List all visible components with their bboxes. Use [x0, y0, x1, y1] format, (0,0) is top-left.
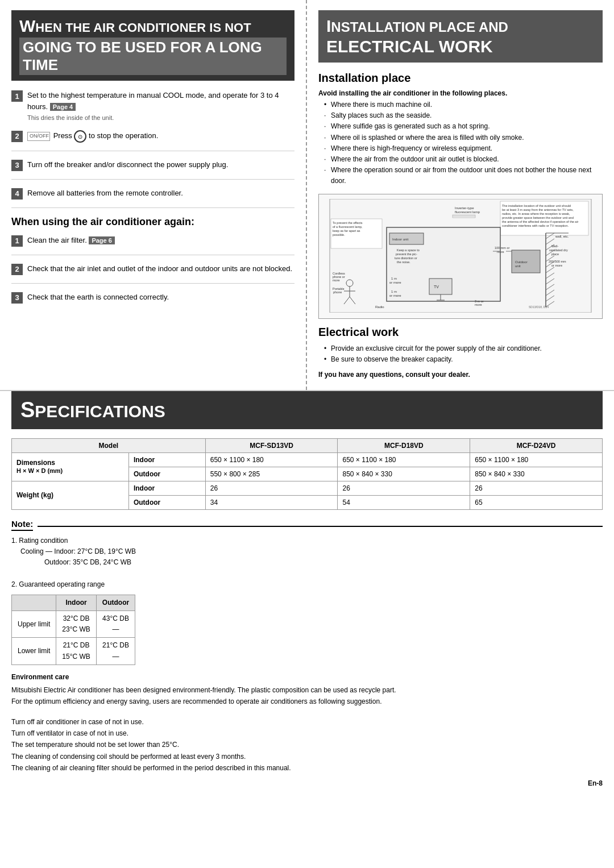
specs-col-d24: MCF-D24VD [470, 438, 603, 452]
range-table: Indoor Outdoor Upper limit 32°C DB23°C W… [11, 595, 135, 665]
specs-table: Model MCF-SD13VD MCF-D18VD MCF-D24VD Dim… [11, 438, 603, 510]
svg-text:or more: or more [551, 264, 562, 267]
again-step-1-content: Clean the air filter. Page 6 [27, 235, 294, 246]
env-care-body2: For the optimum efficiency and energy sa… [11, 696, 603, 707]
right-header-line2: ELECTRICAL WORK [326, 36, 595, 57]
note-header: Note: [11, 519, 33, 531]
electrical-work-title: Electrical work [318, 326, 603, 339]
svg-text:TV: TV [434, 285, 439, 289]
dim-indoor-label: Indoor [128, 452, 205, 467]
step-1-note: This dries the inside of the unit. [27, 114, 114, 121]
svg-text:Well-: Well- [551, 244, 559, 248]
step-2-text2: to stop the operation. [89, 131, 158, 140]
weight-outdoor-d24: 65 [470, 495, 603, 509]
specs-s: S [20, 398, 35, 422]
env-item-2: The set temperature should not be set lo… [11, 739, 603, 750]
bullet-item-4: Where there is high-frequency or wireles… [324, 143, 603, 154]
step-2: 2 ON/OFF Press ⊙ to stop the operation. [11, 130, 294, 143]
svg-text:of a fluorescent lamp,: of a fluorescent lamp, [333, 225, 363, 229]
bullet-item-2: Where sulfide gas is generated such as a… [324, 121, 603, 132]
right-header: INSTALLATION PLACE AND ELECTRICAL WORK [318, 10, 603, 63]
step-4-content: Remove all batteries from the remote con… [27, 188, 294, 199]
weight-indoor-sd13: 26 [205, 481, 338, 495]
svg-text:provide greater space between : provide greater space between the outdoo… [502, 216, 574, 219]
divider-1 [11, 151, 294, 151]
bullet-item-6: Where the operation sound or air from th… [324, 165, 603, 186]
installation-bullets: Where there is much machine oil. Salty p… [318, 99, 603, 187]
left-header-line1: HEN THE AIR CONDITIONER IS NOT [35, 20, 251, 35]
svg-text:Outdoor: Outdoor [515, 260, 528, 264]
again-step-1-text: Clean the air filter. [27, 236, 87, 244]
svg-text:Indoor unit: Indoor unit [392, 238, 409, 241]
svg-text:or more: or more [389, 281, 401, 284]
specs-col-model: Model [12, 438, 206, 452]
dim-indoor-d24: 650 × 1100 × 180 [470, 452, 603, 467]
svg-text:Keep a space to: Keep a space to [397, 248, 420, 252]
env-care-body1: Mitsubishi Electric Air conditioner has … [11, 684, 603, 696]
weight-outdoor-label: Outdoor [128, 495, 205, 509]
svg-text:Inverter-type: Inverter-type [455, 206, 474, 210]
specs-header: SPECIFICATIONS [11, 391, 603, 429]
dim-outdoor-d24: 850 × 840 × 330 [470, 467, 603, 481]
weight-indoor-d24: 26 [470, 481, 603, 495]
svg-text:wall, etc.: wall, etc. [555, 235, 569, 238]
svg-text:phone: phone [333, 290, 342, 294]
diagram-svg: The installation location of the outdoor… [323, 199, 598, 313]
svg-rect-10 [453, 215, 475, 218]
weight-outdoor-sd13: 34 [205, 495, 338, 509]
again-step-2: 2 Check that the air inlet and outlet of… [11, 263, 294, 275]
range-upper-label: Upper limit [12, 611, 56, 638]
step-4: 4 Remove all batteries from the remote c… [11, 188, 294, 200]
svg-text:ture distortion or: ture distortion or [395, 256, 417, 260]
step-1-page-ref: Page 4 [50, 103, 76, 111]
dim-outdoor-d18: 850 × 840 × 330 [338, 467, 470, 481]
right-column: INSTALLATION PLACE AND ELECTRICAL WORK I… [307, 0, 614, 390]
svg-text:the noise.: the noise. [397, 260, 410, 264]
step-2-text: Press [53, 131, 72, 140]
left-header: WHEN THE AIR CONDITIONER IS NOT GOING TO… [11, 10, 294, 81]
step-1-content: Set to the highest temperature in manual… [27, 90, 294, 123]
svg-text:prevent the pic-: prevent the pic- [396, 252, 417, 256]
circle-icon: ⊙ [74, 130, 86, 143]
svg-text:radios, etc. In areas where th: radios, etc. In areas where the receptio… [502, 212, 570, 215]
svg-text:keep as far apart as: keep as far apart as [333, 229, 360, 232]
step-3: 3 Turn off the breaker and/or disconnect… [11, 159, 294, 171]
step-2-num: 2 [11, 131, 23, 142]
env-care-title: Environment care [11, 673, 603, 681]
svg-text:unit: unit [515, 264, 521, 268]
divider-4 [11, 255, 294, 255]
svg-text:more: more [497, 250, 504, 254]
again-step-2-num: 2 [11, 264, 23, 275]
svg-text:SD13/D18, D24: SD13/D18, D24 [529, 305, 549, 309]
onoff-label: ON/OFF [27, 132, 50, 141]
page-number: En-8 [11, 779, 603, 787]
weight-label: Weight (kg) [12, 481, 129, 509]
svg-text:the antenna of the affected de: the antenna of the affected device if op… [502, 220, 579, 223]
divider-5 [11, 283, 294, 284]
env-item-3: The cleaning of condensing coil should b… [11, 751, 603, 762]
table-row-dim-indoor: DimensionsH × W × D (mm) Indoor 650 × 11… [12, 452, 603, 467]
bullet-item-3: Where oil is splashed or where the area … [324, 132, 603, 143]
avoid-title: Avoid installing the air conditioner in … [318, 89, 603, 97]
range-col-empty [12, 595, 56, 610]
again-step-3-num: 3 [11, 292, 23, 304]
again-step-3-content: Check that the earth is connected correc… [27, 292, 294, 303]
note-section: Note: 1. Rating condition Cooling — Indo… [11, 519, 603, 774]
note-item1-title: 1. Rating condition [11, 535, 603, 546]
weight-outdoor-d18: 54 [338, 495, 470, 509]
bullet-item-5: Where the air from the outdoor unit air … [324, 154, 603, 165]
installation-place-title: Installation place [318, 72, 603, 85]
page: WHEN THE AIR CONDITIONER IS NOT GOING TO… [0, 0, 614, 868]
installation-diagram: The installation location of the outdoor… [318, 194, 603, 319]
range-upper-outdoor: 43°C DB— [96, 611, 135, 638]
svg-rect-20 [429, 279, 452, 294]
divider-3 [11, 207, 294, 208]
range-upper-indoor: 32°C DB23°C WB [56, 611, 96, 638]
svg-text:1 m: 1 m [391, 290, 397, 293]
svg-text:1 m: 1 m [391, 277, 397, 280]
top-section: WHEN THE AIR CONDITIONER IS NOT GOING TO… [0, 0, 614, 391]
dim-outdoor-label: Outdoor [128, 467, 205, 481]
right-header-line1: NSTALLATION PLACE AND [331, 19, 508, 35]
step-3-num: 3 [11, 160, 23, 171]
electrical-bullets: Provide an exclusive circuit for the pow… [318, 343, 603, 365]
